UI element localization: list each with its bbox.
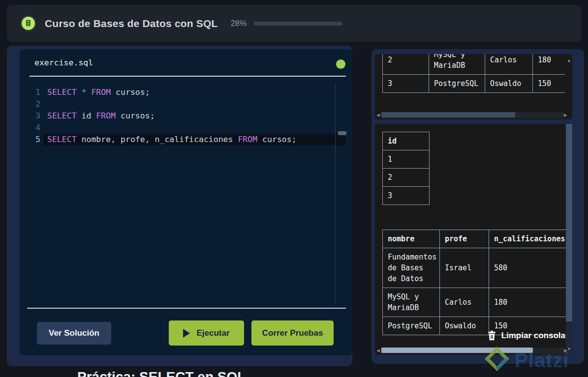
scroll-right-arrow[interactable]: ▶ [564,347,567,354]
table-header-cell: n_calificaciones [489,230,567,248]
line-number: 5 [34,134,40,145]
table-header-row: id [383,132,430,150]
table-row: 3PostgreSQLOswaldo150 [383,75,565,93]
result-table-scroll-viewport[interactable]: 2MySQL y MariaDBCarlos1803PostgreSQLOswa… [382,54,565,111]
run-tests-button[interactable]: Correr Pruebas [251,320,334,346]
result-table-columns: nombreprofen_calificacionesFundamentos d… [382,230,567,335]
table-cell: 2 [383,169,430,187]
horizontal-scrollbar-bottom[interactable]: ◀ ▶ [375,347,572,354]
code-editor[interactable]: 1SELECT * FROM cursos;23SELECT id FROM c… [20,87,352,145]
code-token: cursos; [116,111,155,120]
trash-icon [488,330,496,341]
table-header-cell: nombre [383,230,440,248]
code-text: SELECT nombre, profe, n_calificaciones F… [43,134,346,145]
code-line[interactable]: 4 [20,122,352,134]
result-table-id-wrap: id123 [382,132,430,205]
code-token: FROM [91,87,111,97]
table-header-cell: profe [440,230,489,248]
editor-divider-bottom [27,308,346,309]
table-cell: Fundamentos de Bases de Datos [383,248,440,288]
scroll-up-arrow[interactable]: ▲ [566,58,572,63]
scroll-left-arrow[interactable]: ◀ [376,347,380,354]
table-row: 1 [383,150,430,169]
scroll-left-arrow[interactable]: ◀ [376,112,380,119]
editor-scrollbar-thumb[interactable] [338,131,346,135]
course-header: Curso de Bases de Datos con SQL 28% [7,5,581,42]
code-token: SELECT [47,87,77,97]
code-token: cursos; [111,87,150,97]
database-icon [22,17,35,30]
horizontal-scrollbar-top[interactable]: ◀ ▶ [375,112,572,119]
code-line[interactable]: 2 [20,98,352,110]
editor-scrollbar[interactable] [335,84,346,305]
code-text: SELECT id FROM cursos; [43,110,346,122]
table-cell: 180 [489,288,567,317]
code-token: SELECT [47,111,77,120]
table-cell: 1 [383,150,430,169]
play-icon [183,329,190,338]
code-line[interactable]: 5SELECT nombre, profe, n_calificaciones … [20,134,352,145]
code-text [43,98,346,110]
editor-status-dot [336,59,345,69]
code-line[interactable]: 1SELECT * FROM cursos; [20,87,352,98]
section-heading: Práctica: SELECT en SQL [77,369,246,377]
code-token: FROM [238,135,257,144]
clear-console-label: Limpiar consola [501,331,565,341]
editor-filename: exercise.sql [34,58,93,67]
table-cell: 3 [383,187,430,205]
sql-editor-panel: exercise.sql 1SELECT * FROM cursos;23SEL… [20,49,352,355]
table-cell: Carlos [440,288,489,317]
platzi-sql-course-page: Curso de Bases de Datos con SQL 28% exer… [0,0,588,377]
table-row: Fundamentos de Bases de DatosIsrael580 [383,248,567,288]
table-cell: 580 [489,248,567,288]
scroll-right-arrow[interactable]: ▶ [564,112,567,119]
scrollbar-thumb[interactable] [381,348,533,353]
line-number: 1 [34,87,40,98]
table-header-row: nombreprofen_calificaciones [383,230,567,248]
table-cell: MySQL y MariaDB [429,54,485,75]
code-token: id [77,111,96,120]
progress-percent-label: 28% [231,19,247,28]
result-table-id: id123 [382,132,430,205]
code-token: nombre, profe, n_calificaciones [77,135,238,144]
table-cell: 3 [383,75,429,93]
table-row: MySQL y MariaDBCarlos180 [383,288,567,317]
code-text [43,122,346,134]
code-token: SELECT [47,135,77,144]
table-cell: MySQL y MariaDB [383,288,440,317]
code-token: FROM [96,111,116,120]
table-cell: Oswaldo [440,317,489,335]
table-header-cell: id [383,132,430,150]
code-token: * [82,87,87,97]
table-cell: PostgreSQL [429,75,485,93]
clear-console-button[interactable]: Limpiar consola [488,330,565,341]
console-card: 2MySQL y MariaDBCarlos1803PostgreSQLOswa… [371,49,584,364]
query-result-block-1: 2MySQL y MariaDBCarlos1803PostgreSQLOswa… [375,54,572,119]
scrollbar-thumb[interactable] [381,112,515,117]
table-row: 3 [383,187,430,205]
execute-button[interactable]: Ejecutar [169,320,244,346]
code-token [86,87,91,97]
table-cell: PostgreSQL [383,317,440,335]
code-token [77,87,82,97]
code-text: SELECT * FROM cursos; [43,87,346,98]
table-cell: Oswaldo [485,75,533,93]
code-token: cursos; [257,135,296,144]
table-cell: Israel [440,248,489,288]
table-cell: Carlos [485,54,533,75]
table-row: 2MySQL y MariaDBCarlos180 [383,54,565,75]
line-number: 4 [34,122,40,134]
result-table-all-columns: 2MySQL y MariaDBCarlos1803PostgreSQLOswa… [382,54,565,93]
result-table-columns-wrap: nombreprofen_calificacionesFundamentos d… [382,230,567,335]
course-title: Curso de Bases de Datos con SQL [45,18,218,29]
progress-bar [254,22,342,26]
editor-divider-top [30,76,346,77]
vertical-scrollbar[interactable] [566,124,572,355]
vertical-scrollbar-thumb[interactable] [566,124,572,321]
line-number: 3 [34,110,40,122]
execute-button-label: Ejecutar [196,328,229,338]
code-line[interactable]: 3SELECT id FROM cursos; [20,110,352,122]
view-solution-button[interactable]: Ver Solución [37,322,111,345]
table-cell: 2 [383,54,429,75]
table-cell: 150 [533,75,565,93]
